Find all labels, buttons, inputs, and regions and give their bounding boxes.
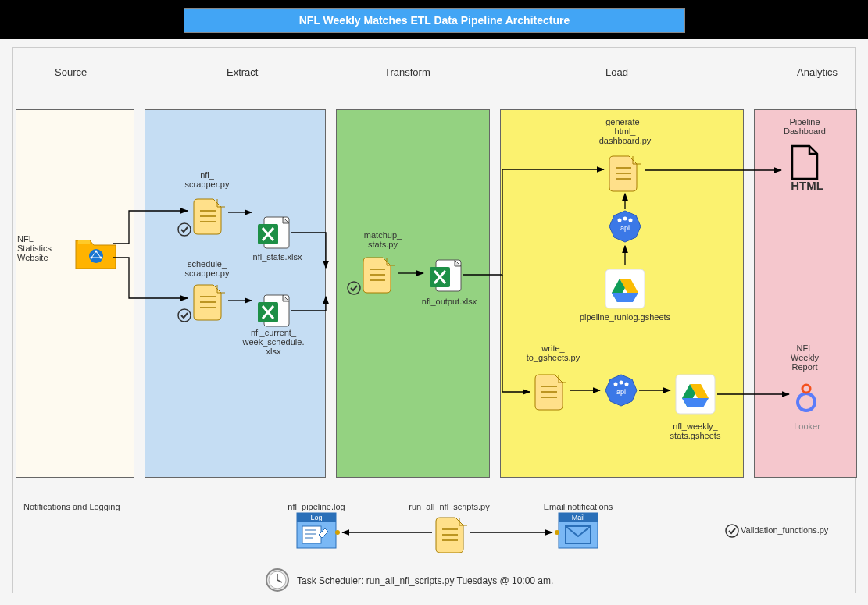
lbl-validation: Validation_functions.py — [741, 525, 834, 535]
lbl-matchup: matchup_ stats.py — [348, 230, 418, 249]
stage-transform: Transform — [384, 66, 430, 78]
box-transform — [336, 109, 490, 478]
lbl-report: NFL Weekly Report — [770, 343, 840, 372]
lbl-runlog: pipeline_runlog.gsheets — [578, 312, 672, 322]
lbl-week-xlsx: nfl_current_ week_schedule. xlsx — [238, 328, 309, 356]
lbl-runall: run_all_nfl_scripts.py — [402, 502, 496, 511]
box-extract — [145, 109, 326, 478]
lbl-scheduler: Task Scheduler: run_all_nfl_scripts.py T… — [297, 575, 609, 586]
box-source — [16, 109, 134, 478]
lbl-stats-xlsx: nfl_stats.xlsx — [242, 252, 313, 262]
lbl-stats-gs: nfl_weekly_ stats.gsheets — [660, 422, 730, 440]
lbl-looker: Looker — [772, 422, 842, 431]
lbl-notif: Notifications and Logging — [23, 502, 148, 511]
page-title: NFL Weekly Matches ETL Data Pipeline Arc… — [184, 8, 685, 33]
lbl-dash: Pipeline Dashboard — [770, 117, 840, 136]
lbl-output: nfl_output.xlsx — [414, 297, 484, 306]
lbl-write-gs: write_ to_gsheets.py — [518, 343, 588, 362]
lbl-html: HTML — [772, 179, 842, 192]
lbl-schedule: schedule_ scrapper.py — [172, 259, 242, 278]
lbl-website: NFL Statistics Website — [17, 234, 60, 262]
stage-load: Load — [605, 66, 628, 78]
stage-analytics: Analytics — [797, 66, 838, 78]
stage-extract: Extract — [227, 66, 258, 78]
lbl-email: Email notifications — [531, 502, 625, 511]
lbl-scrapper: nfl_ scrapper.py — [172, 170, 242, 189]
lbl-logfile: nfl_pipeline.log — [281, 502, 352, 511]
lbl-dashboard-py: generate_ html_ dashboard.py — [590, 117, 660, 145]
stage-source: Source — [55, 66, 87, 78]
